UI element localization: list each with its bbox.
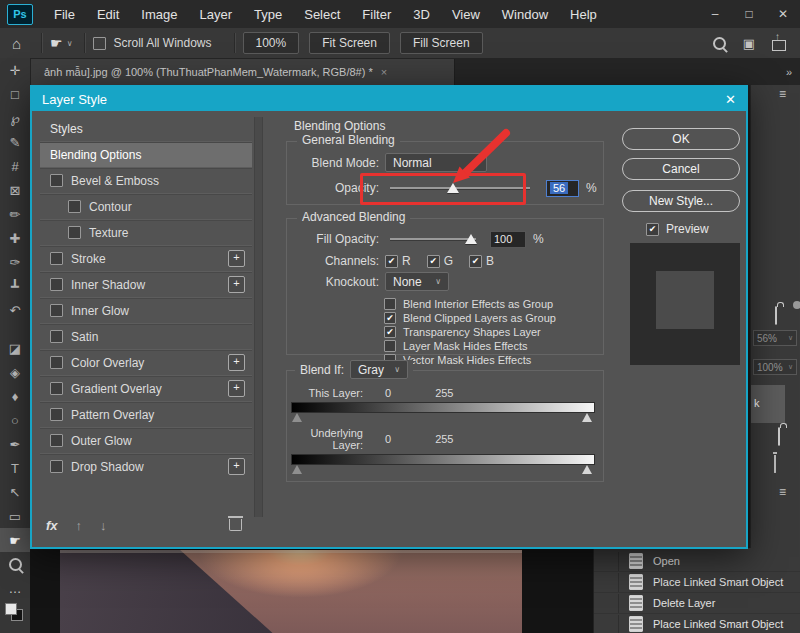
blend-clipped-layers-option[interactable]: ✔ Blend Clipped Layers as Group	[384, 311, 603, 325]
zoom-tool[interactable]	[0, 552, 30, 576]
fill-opacity-slider[interactable]	[385, 230, 481, 248]
style-checkbox[interactable]	[50, 278, 63, 291]
layer-lock-icon[interactable]	[778, 427, 780, 446]
delete-layer-icon[interactable]	[774, 455, 776, 473]
type-tool[interactable]: T	[0, 456, 30, 480]
style-checkbox[interactable]	[68, 200, 81, 213]
style-checkbox[interactable]	[68, 226, 81, 239]
style-item-inner-glow[interactable]: Inner Glow	[40, 297, 252, 323]
gradient-thumb-right[interactable]	[582, 413, 592, 422]
style-checkbox[interactable]	[50, 408, 63, 421]
history-item-place-linked-2[interactable]: Place Linked Smart Object	[594, 614, 800, 633]
opacity-field[interactable]: 56	[546, 180, 579, 197]
shape-tool[interactable]: ▭	[0, 504, 30, 528]
quick-selection-tool[interactable]: ✎	[0, 130, 30, 154]
history-item-open[interactable]: Open	[594, 551, 800, 572]
channel-g-checkbox[interactable]: ✔	[427, 255, 440, 268]
close-window-button[interactable]: ✕	[766, 0, 800, 28]
style-item-bevel-emboss[interactable]: Bevel & Emboss	[40, 167, 252, 193]
menu-view[interactable]: View	[441, 7, 491, 22]
style-item-inner-shadow[interactable]: Inner Shadow +	[40, 271, 252, 297]
history-source-well[interactable]	[604, 552, 619, 571]
menu-help[interactable]: Help	[559, 7, 608, 22]
panel-collapse-icon[interactable]: »	[786, 66, 792, 78]
share-icon[interactable]	[772, 40, 786, 51]
history-source-well[interactable]	[604, 594, 619, 613]
blend-if-dropdown[interactable]: Gray ∨	[350, 360, 408, 379]
history-brush-tool[interactable]: ↶	[0, 298, 30, 322]
cancel-button[interactable]: Cancel	[622, 158, 740, 180]
frame-tool[interactable]: ⊠	[0, 178, 30, 202]
option-checkbox[interactable]	[384, 298, 396, 310]
panel-menu-icon[interactable]: ≡	[779, 485, 786, 499]
option-checkbox[interactable]: ✔	[384, 326, 396, 338]
crop-tool[interactable]: #	[0, 154, 30, 178]
path-select-tool[interactable]: ↖	[0, 480, 30, 504]
style-item-outer-glow[interactable]: Outer Glow	[40, 427, 252, 453]
option-checkbox[interactable]	[384, 340, 396, 352]
channel-b-checkbox[interactable]: ✔	[469, 255, 482, 268]
fx-icon[interactable]: fx	[46, 518, 58, 533]
dialog-title-bar[interactable]: Layer Style ✕	[32, 87, 746, 111]
preview-checkbox[interactable]: ✔	[646, 223, 659, 236]
workspace-icon[interactable]: ▣	[743, 36, 755, 51]
panel-menu-icon[interactable]: ≡	[779, 87, 786, 101]
style-item-stroke[interactable]: Stroke +	[40, 245, 252, 271]
more-tools[interactable]: …	[0, 576, 30, 600]
style-checkbox[interactable]	[50, 252, 63, 265]
lock-icon[interactable]	[775, 306, 777, 325]
add-instance-icon[interactable]: +	[228, 458, 245, 475]
tab-close-icon[interactable]: ×	[381, 66, 387, 78]
add-instance-icon[interactable]: +	[228, 380, 245, 397]
selected-layer-row[interactable]: k	[751, 385, 785, 423]
style-item-color-overlay[interactable]: Color Overlay +	[40, 349, 252, 375]
slider-track[interactable]	[390, 238, 476, 240]
menu-select[interactable]: Select	[293, 7, 351, 22]
pen-tool[interactable]: ✒	[0, 432, 30, 456]
menu-3d[interactable]: 3D	[402, 7, 441, 22]
this-layer-gradient[interactable]	[291, 402, 595, 413]
preview-option[interactable]: ✔ Preview	[646, 222, 709, 236]
hand-tool-preset[interactable]: ☛ ∨	[50, 35, 72, 51]
vector-mask-hides-option[interactable]: Vector Mask Hides Effects	[384, 353, 603, 367]
style-item-gradient-overlay[interactable]: Gradient Overlay +	[40, 375, 252, 401]
history-item-delete-layer[interactable]: Delete Layer	[594, 593, 800, 614]
menu-type[interactable]: Type	[243, 7, 293, 22]
blur-tool[interactable]: ♦	[0, 384, 30, 408]
style-checkbox[interactable]	[50, 434, 63, 447]
history-item-place-linked-1[interactable]: Place Linked Smart Object	[594, 572, 800, 593]
menu-image[interactable]: Image	[130, 7, 188, 22]
style-checkbox[interactable]	[50, 304, 63, 317]
maximize-button[interactable]: □	[732, 0, 766, 28]
history-source-well[interactable]	[604, 615, 619, 633]
underlying-layer-gradient[interactable]	[291, 454, 595, 465]
fit-screen-button[interactable]: Fit Screen	[309, 32, 390, 54]
marquee-tool[interactable]: □	[0, 82, 30, 106]
gradient-thumb-left[interactable]	[292, 413, 302, 422]
add-instance-icon[interactable]: +	[228, 276, 245, 293]
eraser-tool[interactable]: ◪	[0, 336, 30, 360]
healing-brush-tool[interactable]: ✚	[0, 226, 30, 250]
new-style-button[interactable]: New Style...	[622, 190, 740, 212]
move-style-down-icon[interactable]: ↓	[100, 518, 107, 533]
add-instance-icon[interactable]: +	[228, 250, 245, 267]
search-icon[interactable]	[713, 37, 726, 50]
style-item-blending-options[interactable]: Blending Options	[40, 141, 252, 167]
channel-r-checkbox[interactable]: ✔	[385, 255, 398, 268]
layer-opacity-field[interactable]: 56% ∨	[753, 330, 797, 346]
style-checkbox[interactable]	[50, 356, 63, 369]
menu-file[interactable]: File	[43, 7, 86, 22]
clone-stamp-tool[interactable]: ┻	[0, 274, 30, 298]
option-checkbox[interactable]: ✔	[384, 312, 396, 324]
foreground-color-swatch[interactable]	[5, 603, 17, 615]
layer-fill-field[interactable]: 100% ∨	[753, 359, 797, 375]
history-source-well[interactable]	[604, 573, 619, 592]
brush-tool[interactable]: ✑	[0, 250, 30, 274]
style-checkbox[interactable]	[50, 174, 63, 187]
minimize-button[interactable]: –	[698, 0, 732, 28]
move-style-up-icon[interactable]: ↑	[76, 518, 83, 533]
delete-style-icon[interactable]	[229, 519, 242, 531]
zoom-100-button[interactable]: 100%	[243, 32, 300, 54]
hand-tool[interactable]: ☛	[0, 528, 30, 552]
add-instance-icon[interactable]: +	[228, 354, 245, 371]
